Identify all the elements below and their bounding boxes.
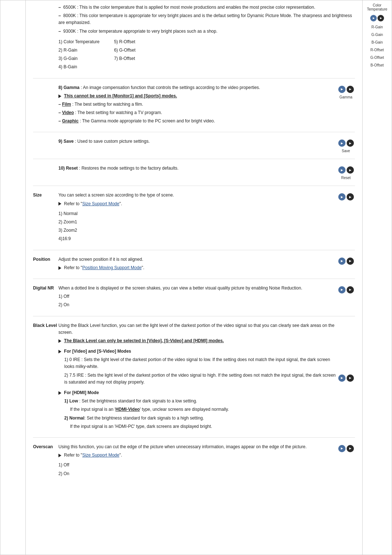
right-item-g-offset: G-Offset xyxy=(365,56,389,60)
size-icon-dark[interactable]: ▶ xyxy=(347,193,354,200)
right-icon-color-temp-dark[interactable]: ▶ xyxy=(377,15,384,21)
save-icon-pair: ▶ ▶ xyxy=(338,139,354,147)
right-item-color-temp: ColorTemperature xyxy=(365,3,389,11)
section-overscan: Overscan Using this function, you can cu… xyxy=(33,443,355,485)
overscan-icon-blue[interactable]: ▶ xyxy=(338,445,346,452)
size-icon-pair: ▶ ▶ xyxy=(338,193,354,200)
section-reset-icons: ▶ ▶ Reset xyxy=(337,165,355,180)
triangle-icon-black-level xyxy=(58,339,61,343)
play-icon-black-level-blue: ▶ xyxy=(341,376,343,380)
play-icon-save-dark: ▶ xyxy=(349,142,351,145)
play-icon-position-dark: ▶ xyxy=(349,259,351,263)
section-gamma-body: 8) Gamma : An image compensation functio… xyxy=(58,84,337,126)
play-icon-reset-dark: ▶ xyxy=(349,169,351,172)
color-temp-bullet-3: – 9300K : The color temperature appropri… xyxy=(58,28,355,35)
left-sidebar xyxy=(0,0,26,555)
gamma-icon-dark[interactable]: ▶ xyxy=(347,86,354,93)
play-icon-digital-nr-blue: ▶ xyxy=(341,288,343,291)
gamma-icon-blue[interactable]: ▶ xyxy=(338,86,346,93)
position-icon-blue[interactable]: ▶ xyxy=(338,258,346,265)
play-icon-save-blue: ▶ xyxy=(341,142,343,145)
digital-nr-icon-blue[interactable]: ▶ xyxy=(338,286,346,293)
section-black-level: Black Level Using the Black Level functi… xyxy=(33,322,355,438)
section-overscan-body: Using this function, you can cut the edg… xyxy=(58,443,337,479)
right-icon-color-temp-blue[interactable]: ▶ xyxy=(370,15,377,21)
gamma-icon-label: Gamma xyxy=(339,95,352,99)
play-icon-digital-nr-dark: ▶ xyxy=(349,288,351,291)
section-black-level-body: Using the Black Level function, you can … xyxy=(58,322,337,432)
digital-nr-icon-pair: ▶ ▶ xyxy=(338,286,354,293)
right-item-icons: ▶ ▶ xyxy=(365,15,389,21)
right-label-g-offset: G-Offset xyxy=(365,56,389,60)
section-digital-nr-label: Digital NR xyxy=(33,285,58,310)
section-color-temp: – 6500K : This is the color temperature … xyxy=(33,4,355,78)
digital-nr-icon-dark[interactable]: ▶ xyxy=(347,286,354,293)
section-black-level-label: Black Level xyxy=(33,322,58,432)
color-temp-col1: 1) Color Temperature 2) R-Gain 3) G-Gain… xyxy=(58,39,99,72)
section-black-level-icons: ▶ ▶ xyxy=(337,322,355,432)
black-level-icon-pair: ▶ ▶ xyxy=(338,374,354,382)
save-icon-label: Save xyxy=(342,149,350,153)
right-label-g-gain: G-Gain xyxy=(365,33,389,37)
section-digital-nr-body: When a dotted line is displayed or the s… xyxy=(58,285,337,310)
section-color-temp-body: – 6500K : This is the color temperature … xyxy=(58,4,355,72)
overscan-icon-dark[interactable]: ▶ xyxy=(347,445,354,452)
section-size: Size You can select a screen size accord… xyxy=(33,192,355,250)
color-temp-bullet-2: – 8000K : This color temperature is appr… xyxy=(58,12,355,26)
section-size-icons: ▶ ▶ xyxy=(337,192,355,244)
section-position-icons: ▶ ▶ xyxy=(337,256,355,273)
section-overscan-label: Overscan xyxy=(33,443,58,479)
right-label-color-temp: ColorTemperature xyxy=(365,3,389,11)
section-reset-body: 10) Reset : Restores the mode settings t… xyxy=(58,165,337,180)
section-save-icons: ▶ ▶ Save xyxy=(337,138,355,153)
play-icon-overscan-dark: ▶ xyxy=(349,447,351,450)
section-overscan-icons: ▶ ▶ xyxy=(337,443,355,479)
section-save: 9) Save : Used to save custom picture se… xyxy=(33,138,355,159)
page: – 6500K : This is the color temperature … xyxy=(0,0,392,555)
section-gamma-icons: ▶ ▶ Gamma xyxy=(337,84,355,126)
play-icon-position-blue: ▶ xyxy=(341,259,343,263)
save-icon-blue[interactable]: ▶ xyxy=(338,139,346,147)
reset-icon-dark[interactable]: ▶ xyxy=(347,166,354,174)
triangle-icon-gamma xyxy=(58,94,61,98)
section-color-temp-label xyxy=(33,4,58,72)
section-digital-nr: Digital NR When a dotted line is display… xyxy=(33,285,355,316)
right-item-r-offset: R-Offset xyxy=(365,48,389,52)
gamma-icon-pair: ▶ ▶ xyxy=(338,86,354,93)
triangle-icon-for-video xyxy=(58,350,61,353)
black-level-icon-dark[interactable]: ▶ xyxy=(347,374,354,382)
play-icon-blue: ▶ xyxy=(341,88,343,91)
play-icon-dark: ▶ xyxy=(349,88,351,91)
position-icon-dark[interactable]: ▶ xyxy=(347,258,354,265)
right-label-r-offset: R-Offset xyxy=(365,48,389,52)
overscan-icon-pair: ▶ ▶ xyxy=(338,445,354,452)
section-reset: 10) Reset : Restores the mode settings t… xyxy=(33,165,355,186)
black-level-icon-blue[interactable]: ▶ xyxy=(338,374,346,382)
right-label-b-offset: B-Offset xyxy=(365,63,389,67)
color-temp-list: 1) Color Temperature 2) R-Gain 3) G-Gain… xyxy=(58,39,355,72)
section-position: Position Adjust the screen position if i… xyxy=(33,256,355,279)
section-gamma: 8) Gamma : An image compensation functio… xyxy=(33,84,355,133)
right-label-b-gain: B-Gain xyxy=(365,40,389,44)
section-save-body: 9) Save : Used to save custom picture se… xyxy=(58,138,337,153)
position-icon-pair: ▶ ▶ xyxy=(338,258,354,265)
section-position-label: Position xyxy=(33,256,58,273)
section-position-body: Adjust the screen position if it is not … xyxy=(58,256,337,273)
reset-icon-blue[interactable]: ▶ xyxy=(338,166,346,174)
color-temp-col2: 5) R-Offset 6) G-Offset 7) B-Offset xyxy=(114,39,135,72)
play-icon-black-level-dark: ▶ xyxy=(349,376,351,380)
save-icon-dark[interactable]: ▶ xyxy=(347,139,354,147)
triangle-icon-size xyxy=(58,202,61,206)
play-icon-size-dark: ▶ xyxy=(349,195,351,199)
size-icon-blue[interactable]: ▶ xyxy=(338,193,346,200)
triangle-icon-position xyxy=(58,266,61,270)
reset-icon-pair: ▶ ▶ xyxy=(338,166,354,174)
right-item-r-gain: R-Gain xyxy=(365,25,389,29)
right-label-r-gain: R-Gain xyxy=(365,25,389,29)
play-icon-overscan-blue: ▶ xyxy=(341,447,343,450)
color-temp-bullet-1: – 6500K : This is the color temperature … xyxy=(58,4,355,11)
triangle-icon-for-hdmi xyxy=(58,391,61,395)
section-reset-label xyxy=(33,165,58,180)
right-pair-color-temp: ▶ ▶ xyxy=(365,15,389,21)
right-item-b-gain: B-Gain xyxy=(365,40,389,44)
